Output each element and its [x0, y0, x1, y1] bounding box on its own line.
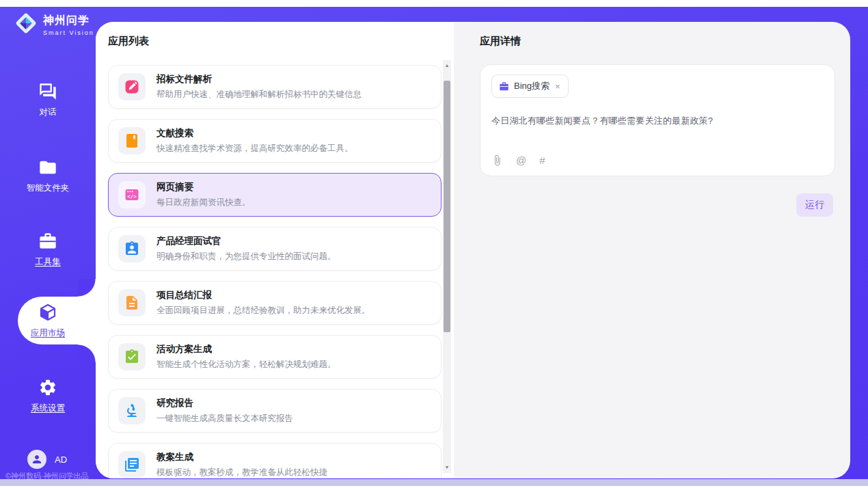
app-name: 产品经理面试官	[157, 235, 336, 247]
brand-name: 神州问学	[43, 14, 94, 28]
hashtag-icon[interactable]: #	[539, 154, 545, 166]
microscope-icon	[124, 403, 140, 419]
briefcase-icon	[499, 81, 509, 92]
active-tab-top-curve	[78, 279, 96, 297]
tool-tag-bing-search[interactable]: Bing搜索 ×	[491, 74, 569, 98]
gear-icon	[38, 378, 57, 397]
app-description: 快速精准查找学术资源，提高研究效率的必备工具。	[157, 143, 353, 154]
prompt-composer: Bing搜索 × 今日湖北有哪些新闻要点？有哪些需要关注的最新政策? @ #	[480, 64, 835, 176]
app-list-section: 应用列表 招标文件解析 帮助用户快速、准确地理解和解析招标书中的关键信息	[96, 22, 454, 478]
clipboard-check-icon	[124, 349, 140, 365]
svg-text:</>: </>	[127, 193, 137, 200]
sidebar-item-app-market[interactable]: 应用市场	[0, 303, 96, 339]
app-name: 活动方案生成	[157, 343, 336, 355]
brand-subtitle: Smart Vision	[43, 29, 94, 36]
app-description: 模板驱动，教案秒成，教学准备从此轻松快捷	[157, 467, 327, 478]
app-description: 智能生成个性化活动方案，轻松解决规划难题。	[157, 359, 336, 370]
app-list: 招标文件解析 帮助用户快速、准确地理解和解析招标书中的关键信息 文献搜索 快速精…	[108, 65, 442, 478]
toolbox-icon	[38, 232, 57, 251]
user-initials: AD	[55, 455, 67, 465]
edit-icon	[124, 79, 140, 95]
app-name: 项目总结汇报	[157, 289, 370, 301]
cube-icon	[38, 303, 57, 322]
list-item-research-report[interactable]: 研究报告 一键智能生成高质量长文本研究报告	[108, 389, 442, 433]
scroll-up-arrow-icon[interactable]: ▲	[443, 62, 451, 70]
app-detail-title: 应用详情	[480, 35, 521, 46]
app-name: 文献搜索	[157, 127, 353, 139]
sidebar-item-smart-folder[interactable]: 智能文件夹	[0, 158, 96, 194]
active-tab-bottom-curve	[78, 344, 96, 362]
app-name: 招标文件解析	[157, 73, 362, 85]
webpage-code-icon: </>	[124, 187, 140, 203]
app-list-title: 应用列表	[108, 35, 149, 46]
sidebar-item-toolset[interactable]: 工具集	[0, 232, 96, 268]
list-item-project-summary[interactable]: 项目总结汇报 全面回顾项目进展，总结经验教训，助力未来优化发展。	[108, 281, 442, 325]
app-description: 帮助用户快速、准确地理解和解析招标书中的关键信息	[157, 89, 362, 100]
avatar	[27, 450, 46, 469]
list-item-lesson-plan[interactable]: 教案生成 模板驱动，教案秒成，教学准备从此轻松快捷	[108, 443, 442, 478]
book-icon	[124, 133, 140, 149]
tool-tag-label: Bing搜索	[514, 80, 550, 92]
question-input[interactable]: 今日湖北有哪些新闻要点？有哪些需要关注的最新政策?	[491, 115, 824, 127]
content-panel: 应用列表 招标文件解析 帮助用户快速、准确地理解和解析招标书中的关键信息	[96, 22, 850, 478]
list-item-literature-search[interactable]: 文献搜索 快速精准查找学术资源，提高研究效率的必备工具。	[108, 119, 442, 163]
app-name: 研究报告	[157, 397, 293, 409]
list-item-pm-interviewer[interactable]: 产品经理面试官 明确身份和职责，为您提供专业性的面试问题。	[108, 227, 442, 271]
run-button[interactable]: 运行	[796, 193, 833, 217]
scrollbar-thumb[interactable]	[444, 81, 450, 332]
sidebar-item-label: 系统设置	[31, 403, 65, 413]
mention-icon[interactable]: @	[516, 154, 526, 166]
user-account[interactable]: AD	[27, 450, 67, 469]
sidebar-item-label: 应用市场	[31, 328, 65, 338]
diamond-logo-icon	[14, 11, 38, 38]
app-name: 教案生成	[157, 451, 327, 463]
list-item-event-plan[interactable]: 活动方案生成 智能生成个性化活动方案，轻松解决规划难题。	[108, 335, 442, 379]
app-list-scrollbar[interactable]: ▲ ▼	[443, 60, 451, 473]
brand-logo: 神州问学 Smart Vision	[14, 11, 94, 38]
attachment-icon[interactable]	[491, 154, 503, 166]
scroll-down-arrow-icon[interactable]: ▼	[443, 463, 451, 472]
sidebar-item-label: 对话	[40, 107, 57, 117]
app-description: 全面回顾项目进展，总结经验教训，助力未来优化发展。	[157, 305, 370, 316]
sidebar-item-chat[interactable]: 对话	[0, 82, 96, 118]
sidebar-item-settings[interactable]: 系统设置	[0, 378, 96, 414]
books-icon	[124, 457, 140, 473]
app-frame: 神州问学 Smart Vision 对话 智能文件夹 工具集	[0, 7, 868, 479]
app-description: 明确身份和职责，为您提供专业性的面试问题。	[157, 251, 336, 262]
folder-icon	[38, 158, 57, 177]
sidebar-item-label: 智能文件夹	[27, 183, 70, 193]
sidebar-item-label: 工具集	[35, 257, 61, 267]
list-item-webpage-summary[interactable]: </> 网页摘要 每日政府新闻资讯快查。	[108, 173, 442, 217]
app-detail-section: 应用详情 Bing搜索 × 今日湖北有哪些新闻要点？有哪些需要关注的最新政策? …	[454, 22, 850, 478]
horizontal-scrollbar[interactable]	[0, 479, 868, 486]
report-doc-icon	[124, 295, 140, 311]
list-item-bid-analysis[interactable]: 招标文件解析 帮助用户快速、准确地理解和解析招标书中的关键信息	[108, 65, 442, 109]
composer-toolbar: @ #	[491, 154, 824, 166]
app-description: 一键智能生成高质量长文本研究报告	[157, 413, 293, 424]
app-description: 每日政府新闻资讯快查。	[157, 197, 251, 208]
app-name: 网页摘要	[157, 181, 251, 193]
chat-icon	[38, 82, 57, 101]
sidebar: 神州问学 Smart Vision 对话 智能文件夹 工具集	[0, 7, 96, 479]
close-icon[interactable]: ×	[554, 82, 561, 91]
interviewer-icon	[124, 241, 140, 257]
